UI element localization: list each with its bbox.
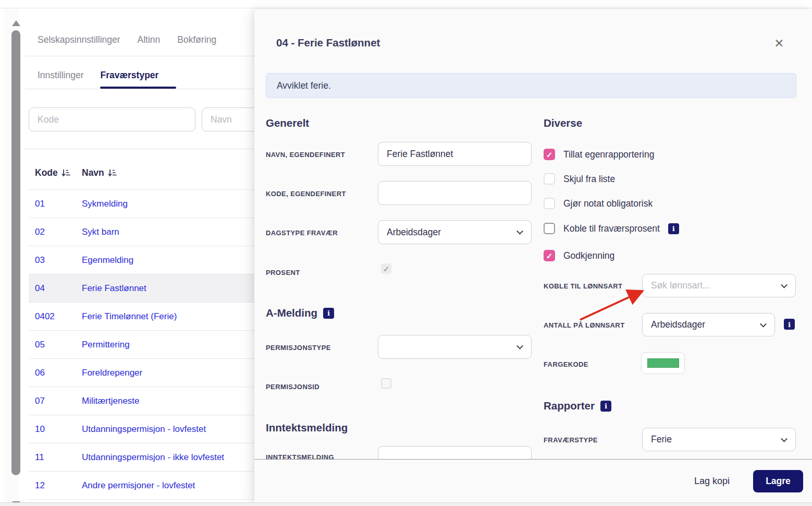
- table-row[interactable]: 10Utdanningspermisjon - lovfestet: [29, 415, 254, 443]
- divider: [25, 89, 254, 89]
- select-value: Arbeidsdager: [387, 227, 441, 238]
- sort-icon[interactable]: [61, 169, 70, 177]
- row-navn-link[interactable]: Ferie Timelønnet (Ferie): [82, 303, 254, 330]
- table-row[interactable]: 01Sykmelding: [29, 190, 254, 218]
- input-value: Ferie Fastlønnet: [387, 149, 453, 160]
- panel-footer: Lag kopi Lagre: [254, 459, 812, 502]
- tab-fravaerstyper[interactable]: Fraværstyper: [101, 70, 159, 81]
- column-header-navn[interactable]: Navn: [82, 167, 117, 178]
- table-row[interactable]: 06Foreldrepenger: [29, 359, 254, 387]
- checkbox-row-skjul-fra-liste: Skjul fra liste: [544, 173, 615, 185]
- gjor-notat-obligatorisk-checkbox[interactable]: [544, 198, 555, 209]
- row-navn-link[interactable]: Utdanningspermisjon - ikke lovfestet: [82, 444, 254, 471]
- scroll-up-icon[interactable]: [12, 20, 20, 26]
- navn-egendefinert-input[interactable]: Ferie Fastlønnet: [378, 142, 532, 166]
- row-kode-link[interactable]: 06: [29, 368, 82, 378]
- row-kode-link[interactable]: 03: [29, 255, 82, 266]
- row-navn-link[interactable]: Egenmelding: [82, 247, 254, 273]
- row-kode-link[interactable]: 02: [29, 227, 82, 237]
- page-title: 04 - Ferie Fastlønnet: [276, 37, 380, 49]
- tab-altinn[interactable]: Altinn: [138, 34, 161, 45]
- fargekode-swatch-button[interactable]: [641, 352, 685, 374]
- kode-egendefinert-input[interactable]: [378, 181, 532, 205]
- sort-icon[interactable]: [108, 169, 117, 177]
- antall-pa-lonnsart-select[interactable]: Arbeidsdager: [642, 313, 775, 336]
- table-row[interactable]: 11Utdanningspermisjon - ikke lovfestet: [29, 443, 254, 472]
- koble-til-lonnsart-select[interactable]: Søk lønnsart...: [642, 274, 796, 297]
- info-icon[interactable]: i: [600, 401, 611, 412]
- permisjonstype-label: PERMISJONSTYPE: [266, 343, 374, 352]
- checkbox-label: Skjul fra liste: [563, 174, 615, 185]
- column-header-kode[interactable]: Kode: [29, 167, 82, 178]
- row-navn-link[interactable]: Sykmelding: [82, 190, 254, 217]
- tab-selskapsinnstillinger[interactable]: Selskapsinnstillinger: [38, 34, 120, 45]
- close-icon[interactable]: ✕: [770, 34, 788, 52]
- row-navn-link[interactable]: Sykt barn: [82, 219, 254, 245]
- table-row[interactable]: 05Permittering: [29, 331, 254, 359]
- row-kode-link[interactable]: 10: [29, 424, 82, 435]
- row-navn-link[interactable]: Permittering: [82, 331, 254, 358]
- koble-til-fravaersprosent-checkbox[interactable]: [544, 223, 555, 234]
- table-row[interactable]: 02Sykt barn: [29, 218, 254, 246]
- fravaerstype-label: FRAVÆRSTYPE: [544, 436, 640, 444]
- section-heading-rapporter: Rapporter i: [544, 400, 611, 412]
- check-icon: ✓: [383, 265, 390, 273]
- check-icon: ✓: [546, 252, 553, 260]
- section-heading-generelt: Generelt: [266, 117, 309, 129]
- permisjonsid-label: PERMISJONSID: [266, 382, 374, 391]
- row-navn-link[interactable]: Ferie Fastlønnet: [82, 275, 254, 302]
- info-icon[interactable]: i: [323, 308, 334, 319]
- row-kode-link[interactable]: 12: [29, 480, 82, 491]
- tab-bokforing[interactable]: Bokføring: [177, 34, 216, 45]
- checkbox-label: Godkjenning: [563, 250, 614, 261]
- prosent-checkbox: ✓: [381, 263, 391, 274]
- dagstype-fravaer-select[interactable]: Arbeidsdager: [378, 220, 532, 244]
- table-row[interactable]: 0402Ferie Timelønnet (Ferie): [29, 303, 254, 331]
- chevron-down-icon: [516, 228, 523, 235]
- fargekode-label: FARGEKODE: [544, 360, 640, 369]
- fravaerstyper-table: 01Sykmelding 02Sykt barn 03Egenmelding 0…: [29, 189, 254, 502]
- godkjenning-checkbox[interactable]: ✓: [544, 250, 555, 261]
- section-heading-inntektsmelding: Inntektsmelding: [266, 421, 348, 434]
- top-border-line: [0, 8, 812, 8]
- skjul-fra-liste-checkbox[interactable]: [544, 173, 555, 185]
- lagre-button[interactable]: Lagre: [753, 470, 803, 492]
- chevron-down-icon: [760, 320, 767, 327]
- table-row-selected[interactable]: 04Ferie Fastlønnet: [29, 274, 254, 303]
- row-kode-link[interactable]: 01: [29, 199, 82, 209]
- row-kode-link[interactable]: 05: [29, 340, 82, 350]
- info-icon[interactable]: i: [668, 223, 679, 234]
- row-navn-link[interactable]: Foreldrepenger: [82, 359, 254, 386]
- kode-filter-input[interactable]: [29, 107, 195, 131]
- table-row[interactable]: 03Egenmelding: [29, 246, 254, 274]
- scrollbar-thumb[interactable]: [11, 30, 20, 475]
- section-heading-amelding: A-Melding i: [266, 307, 334, 319]
- chevron-down-icon: [781, 435, 788, 442]
- row-kode-link[interactable]: 0402: [29, 311, 82, 322]
- row-navn-link[interactable]: Andre permisjoner - lovfestet: [82, 472, 254, 499]
- row-kode-link[interactable]: 04: [29, 283, 82, 294]
- permisjonsid-checkbox[interactable]: [381, 378, 391, 389]
- lag-kopi-button[interactable]: Lag kopi: [694, 476, 730, 487]
- checkbox-row-koble-til-fravaersprosent: Koble til fraværsprosent i: [544, 222, 679, 235]
- table-row[interactable]: 12Andre permisjoner - lovfestet: [29, 472, 254, 500]
- left-scrollbar[interactable]: [4, 8, 19, 502]
- row-navn-link[interactable]: Militærtjeneste: [82, 388, 254, 414]
- chevron-down-icon: [781, 281, 788, 288]
- row-navn-link[interactable]: Utdanningspermisjon - lovfestet: [82, 416, 254, 442]
- select-value: Ferie: [651, 434, 672, 445]
- tab-innstillinger[interactable]: Innstillinger: [38, 70, 84, 81]
- prosent-label: PROSENT: [266, 268, 374, 277]
- info-icon[interactable]: i: [784, 319, 795, 330]
- koble-til-lonnsart-label: KOBLE TIL LØNNSART: [544, 282, 640, 291]
- table-row[interactable]: 07Militærtjeneste: [29, 387, 254, 415]
- tillat-egenrapportering-checkbox[interactable]: ✓: [544, 149, 555, 160]
- permisjonstype-select[interactable]: [378, 335, 532, 359]
- checkbox-row-godkjenning: ✓ Godkjenning: [544, 249, 614, 262]
- bottom-border-line: [0, 502, 812, 506]
- row-kode-link[interactable]: 11: [29, 452, 82, 463]
- fravaerstype-select[interactable]: Ferie: [642, 428, 796, 451]
- select-value: Arbeidsdager: [651, 319, 705, 330]
- checkbox-row-tillat-egenrapportering: ✓ Tillat egenrapportering: [544, 148, 654, 161]
- row-kode-link[interactable]: 07: [29, 396, 82, 406]
